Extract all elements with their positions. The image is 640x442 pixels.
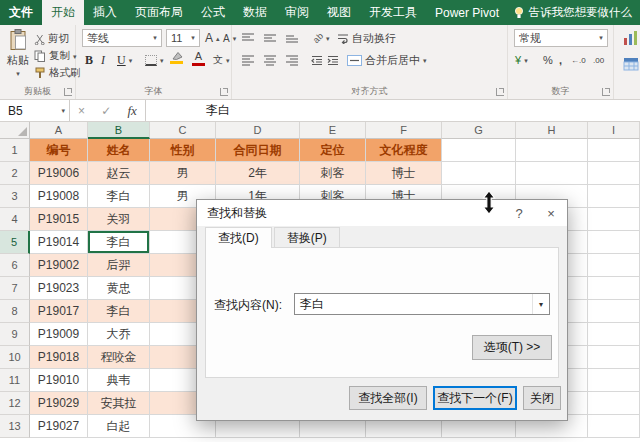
cell-B12[interactable]: 安其拉 [88, 392, 150, 415]
cell-I8[interactable] [588, 300, 640, 323]
cell-A1[interactable]: 编号 [30, 139, 88, 162]
accounting-format-button[interactable]: ¥▾ [512, 51, 531, 69]
help-icon[interactable]: ? [503, 200, 535, 226]
cell-B9[interactable]: 大乔 [88, 323, 150, 346]
font-name-select[interactable]: 等线 ▾ [82, 29, 162, 47]
column-header-F[interactable]: F [366, 122, 442, 139]
cell-I10[interactable] [588, 346, 640, 369]
row-header-4[interactable]: 4 [0, 208, 30, 231]
formula-input[interactable]: 李白 [146, 100, 640, 121]
cell-H1[interactable] [516, 139, 588, 162]
cell-B7[interactable]: 黄忠 [88, 277, 150, 300]
decrease-decimal-button[interactable]: .00 [590, 51, 607, 69]
cell-C2[interactable]: 男 [150, 162, 216, 185]
ribbon-tab-file[interactable]: 文件 [0, 0, 42, 25]
cell-A7[interactable]: P19023 [30, 277, 88, 300]
cell-F2[interactable]: 博士 [366, 162, 442, 185]
cell-I4[interactable] [588, 208, 640, 231]
chevron-down-icon[interactable]: ▾ [61, 107, 65, 114]
row-header-10[interactable]: 10 [0, 346, 30, 369]
wrap-text-button[interactable]: 自动换行 [334, 29, 399, 47]
cell-B10[interactable]: 程咬金 [88, 346, 150, 369]
merge-center-button[interactable]: 合并后居中 ▾ [344, 51, 430, 69]
column-header-H[interactable]: H [516, 122, 588, 139]
cell-B8[interactable]: 李白 [88, 300, 150, 323]
cell-B13[interactable]: 白起 [88, 415, 150, 438]
ribbon-tab-home[interactable]: 开始 [42, 0, 84, 25]
format-as-table-icon[interactable] [620, 55, 640, 73]
cell-A8[interactable]: P19017 [30, 300, 88, 323]
cell-A13[interactable]: P19027 [30, 415, 88, 438]
enter-icon[interactable]: ✓ [101, 104, 111, 118]
cell-I13[interactable] [588, 415, 640, 438]
cell-A11[interactable]: P19010 [30, 369, 88, 392]
font-size-select[interactable]: 11 ▾ [166, 29, 200, 47]
cell-B11[interactable]: 典韦 [88, 369, 150, 392]
tell-me-box[interactable]: 告诉我您想要做什么 [513, 0, 640, 25]
cell-G2[interactable] [442, 162, 516, 185]
underline-button[interactable]: U▾ [114, 51, 135, 69]
align-right-button[interactable] [282, 51, 302, 69]
cell-I5[interactable] [588, 231, 640, 254]
row-header-11[interactable]: 11 [0, 369, 30, 392]
row-header-8[interactable]: 8 [0, 300, 30, 323]
find-what-input[interactable]: 李白 ▾ [294, 293, 550, 315]
cell-I7[interactable] [588, 277, 640, 300]
cell-I11[interactable] [588, 369, 640, 392]
paste-button[interactable]: 粘贴 ▾ [4, 28, 32, 86]
find-all-button[interactable]: 查找全部(I) [349, 386, 427, 410]
align-bottom-button[interactable] [282, 29, 302, 47]
cell-I12[interactable] [588, 392, 640, 415]
bold-button[interactable]: B [82, 51, 96, 69]
cell-B6[interactable]: 后羿 [88, 254, 150, 277]
row-header-6[interactable]: 6 [0, 254, 30, 277]
column-header-A[interactable]: A [30, 122, 88, 139]
cut-button[interactable]: 剪切 [34, 31, 69, 47]
cell-D1[interactable]: 合同日期 [216, 139, 300, 162]
cell-E2[interactable]: 刺客 [300, 162, 366, 185]
clipboard-dialog-launcher-icon[interactable] [64, 88, 72, 96]
fill-color-button[interactable] [170, 51, 183, 64]
alignment-dialog-launcher-icon[interactable] [496, 88, 504, 96]
dialog-close-button[interactable]: 关闭 [523, 386, 561, 410]
cancel-icon[interactable]: × [78, 104, 85, 118]
cell-I6[interactable] [588, 254, 640, 277]
row-header-13[interactable]: 13 [0, 415, 30, 438]
align-center-button[interactable] [260, 51, 280, 69]
cell-C1[interactable]: 性别 [150, 139, 216, 162]
row-header-9[interactable]: 9 [0, 323, 30, 346]
column-header-E[interactable]: E [300, 122, 366, 139]
align-left-button[interactable] [238, 51, 258, 69]
row-header-3[interactable]: 3 [0, 185, 30, 208]
increase-indent-button[interactable] [324, 51, 342, 69]
cell-B3[interactable]: 李白 [88, 185, 150, 208]
cell-A9[interactable]: P19009 [30, 323, 88, 346]
insert-function-button[interactable]: fx [128, 103, 137, 119]
percent-style-button[interactable]: % [540, 51, 556, 69]
cell-A4[interactable]: P19015 [30, 208, 88, 231]
cell-A12[interactable]: P19029 [30, 392, 88, 415]
cell-B5[interactable]: 李白 [88, 231, 150, 254]
align-middle-button[interactable] [260, 29, 280, 47]
borders-button[interactable]: ▾ [142, 51, 167, 69]
column-header-G[interactable]: G [442, 122, 516, 139]
ribbon-tab-page-layout[interactable]: 页面布局 [126, 0, 192, 25]
copy-button[interactable]: 复制 ▾ [34, 48, 77, 64]
cell-A2[interactable]: P19006 [30, 162, 88, 185]
ribbon-tab-view[interactable]: 视图 [318, 0, 360, 25]
column-header-D[interactable]: D [216, 122, 300, 139]
row-header-5[interactable]: 5 [0, 231, 30, 254]
cell-G1[interactable] [442, 139, 516, 162]
chevron-down-icon[interactable]: ▾ [532, 294, 549, 314]
column-header-B[interactable]: B [88, 122, 150, 139]
increase-decimal-button[interactable]: ←.0 [568, 51, 589, 69]
column-header-C[interactable]: C [150, 122, 216, 139]
row-header-2[interactable]: 2 [0, 162, 30, 185]
italic-button[interactable]: I [98, 51, 108, 69]
select-all-corner[interactable] [0, 122, 30, 139]
name-box[interactable]: B5 ▾ [0, 100, 70, 121]
conditional-formatting-icon[interactable] [620, 29, 640, 47]
find-next-button[interactable]: 查找下一个(F) [433, 386, 517, 410]
ribbon-tab-power-pivot[interactable]: Power Pivot [426, 0, 508, 25]
ribbon-tab-insert[interactable]: 插入 [84, 0, 126, 25]
